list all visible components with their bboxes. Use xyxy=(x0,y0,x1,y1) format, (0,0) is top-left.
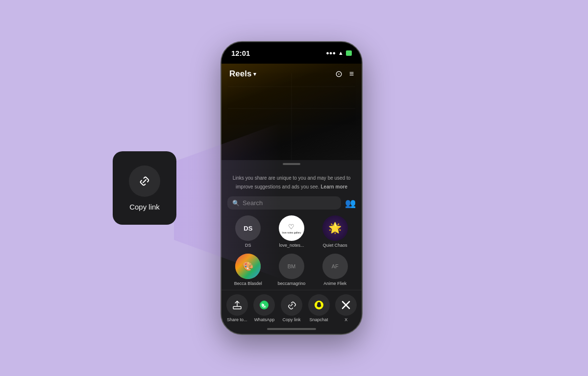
contact-item[interactable]: DS DS xyxy=(227,213,269,250)
copy-link-action-icon xyxy=(281,294,302,316)
snapchat-icon xyxy=(308,294,330,316)
copy-link-card-label: Copy link xyxy=(129,203,160,211)
search-input[interactable]: Search xyxy=(243,199,336,207)
action-label-copy-link: Copy link xyxy=(282,317,300,322)
home-indicator xyxy=(221,324,362,334)
contact-item[interactable]: BM beccamagrino xyxy=(271,252,313,288)
action-item-snapchat[interactable]: Snapchat xyxy=(308,294,330,322)
add-contact-icon[interactable]: 👥 xyxy=(345,198,356,209)
contact-name-quiet-chaos: Quiet Chaos xyxy=(323,243,347,248)
dynamic-island xyxy=(272,47,311,58)
contact-avatar-anime-fliek: AF xyxy=(322,254,348,279)
action-item-whatsapp[interactable]: WhatsApp xyxy=(253,294,275,322)
bottom-actions: Share to... WhatsApp xyxy=(221,290,362,324)
contact-avatar-beccamagrino: BM xyxy=(279,254,304,279)
action-label-x: X xyxy=(344,317,347,322)
x-icon xyxy=(335,294,357,316)
action-item-share[interactable]: Share to... xyxy=(226,294,248,322)
contact-name-beccamagrino: beccamagrino xyxy=(278,281,306,286)
action-label-share: Share to... xyxy=(227,317,247,322)
action-item-copy-link[interactable]: Copy link xyxy=(281,294,302,322)
share-info: Links you share are unique to you and ma… xyxy=(221,167,362,194)
contact-item[interactable]: ♡ love notes gallery love_notes... xyxy=(271,213,313,250)
contact-avatar-love-notes: ♡ love notes gallery xyxy=(279,215,304,241)
whatsapp-icon xyxy=(253,294,275,316)
contact-avatar-ds: DS xyxy=(235,215,261,241)
contact-name-anime-fliek: Anime Fliek xyxy=(323,281,346,286)
contact-item[interactable]: AF Anime Fliek xyxy=(314,252,356,288)
contact-avatar-quiet-chaos: 🌟 xyxy=(322,215,348,241)
copy-link-icon-circle xyxy=(129,165,160,197)
contact-name-ds: DS xyxy=(245,243,251,248)
phone: 12:01 ●●● ▲ ▮▮ Reels ▾ ⊙ ≡ xyxy=(220,41,363,335)
status-time: 12:01 xyxy=(231,49,250,57)
learn-more-link[interactable]: Learn more xyxy=(320,184,347,189)
action-label-snapchat: Snapchat xyxy=(310,317,328,322)
contact-item[interactable]: 🎨 Becca Blasdel xyxy=(227,252,269,288)
search-bar[interactable]: 🔍 Search xyxy=(227,196,341,210)
search-icon: 🔍 xyxy=(232,200,240,207)
contact-name-becca: Becca Blasdel xyxy=(234,281,262,286)
contacts-grid: DS DS ♡ love notes gallery love_notes...… xyxy=(221,212,362,290)
drag-handle xyxy=(283,163,300,165)
action-item-x[interactable]: X xyxy=(335,294,357,322)
share-icon xyxy=(226,294,248,316)
contact-item[interactable]: 🌟 Quiet Chaos xyxy=(314,213,356,250)
status-icons: ●●● ▲ ▮▮ xyxy=(326,50,352,56)
action-label-whatsapp: WhatsApp xyxy=(254,317,275,322)
copy-link-card[interactable]: Copy link xyxy=(113,151,176,225)
contact-avatar-becca: 🎨 xyxy=(235,254,261,279)
contact-name-love-notes: love_notes... xyxy=(279,243,304,248)
video-area: Reels ▾ ⊙ ≡ xyxy=(221,64,362,160)
share-sheet: Links you share are unique to you and ma… xyxy=(221,160,362,324)
svg-rect-4 xyxy=(233,306,241,309)
